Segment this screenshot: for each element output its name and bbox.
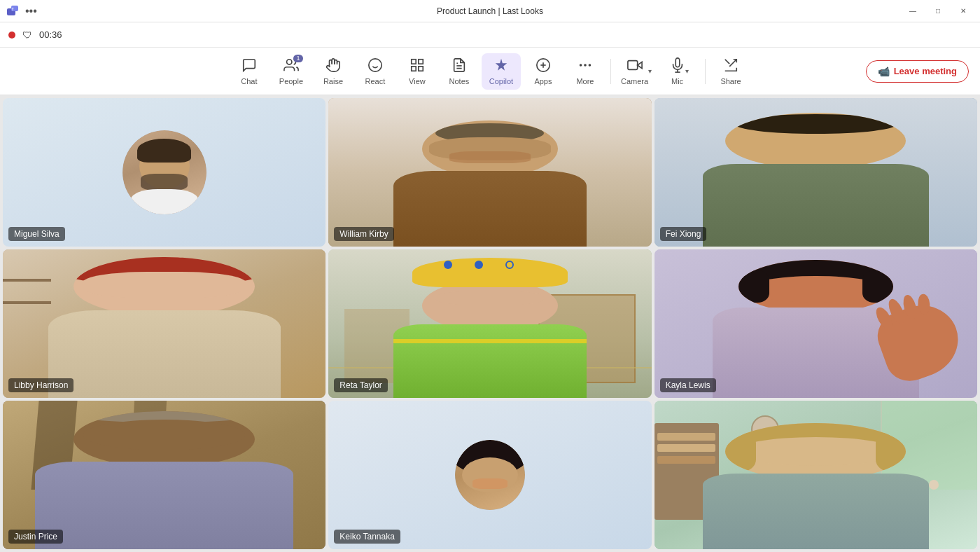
toolbar-react[interactable]: React (356, 53, 395, 90)
chat-label: Chat (241, 77, 257, 85)
svg-line-23 (729, 59, 736, 66)
title-bar-controls: — □ ✕ (902, 4, 974, 18)
leave-button-label: Leave meeting (894, 66, 957, 76)
window-title: Product Launch | Last Looks (437, 6, 543, 16)
miguel-name: Miguel Silva (8, 227, 65, 241)
participant-cell-unknown (654, 401, 977, 549)
william-name: William Kirby (334, 227, 393, 241)
people-label: People (279, 77, 303, 85)
more-options-icon[interactable]: ••• (25, 5, 37, 18)
camera-icon (627, 57, 643, 75)
libby-name: Libby Harrison (8, 378, 74, 392)
apps-label: Apps (534, 77, 552, 85)
svg-line-24 (725, 59, 729, 63)
participant-cell-miguel: Miguel Silva (3, 98, 326, 247)
raise-icon (326, 57, 341, 75)
svg-rect-7 (412, 59, 416, 63)
toolbar-people[interactable]: 1 People (272, 53, 311, 90)
toolbar-share[interactable]: Share (711, 53, 750, 90)
title-bar-left: T ••• (6, 4, 37, 18)
svg-point-17 (584, 64, 587, 67)
toolbar-mic[interactable]: Mic ▾ (660, 53, 699, 90)
recording-indicator (8, 32, 15, 39)
reta-name: Reta Taylor (334, 378, 387, 392)
view-icon (410, 57, 425, 75)
participant-cell-justin: Justin Price (3, 401, 326, 549)
title-bar: T ••• Product Launch | Last Looks — □ ✕ (0, 0, 980, 22)
recording-bar: 🛡 00:36 (0, 22, 980, 48)
notes-label: Notes (449, 77, 470, 85)
svg-point-18 (589, 64, 592, 67)
justin-name: Justin Price (8, 530, 63, 544)
close-button[interactable]: ✕ (952, 4, 974, 18)
mic-label: Mic (671, 77, 683, 85)
mic-dropdown-arrow[interactable]: ▾ (684, 66, 690, 76)
toolbar-raise[interactable]: Raise (314, 53, 353, 90)
svg-text:T: T (11, 7, 13, 11)
chat-icon (241, 57, 257, 75)
more-label: More (576, 77, 594, 85)
kayla-name: Kayla Lewis (660, 378, 716, 392)
participant-cell-keiko: Keiko Tannaka (328, 401, 651, 549)
participant-cell-william: William Kirby (328, 98, 651, 247)
view-label: View (409, 77, 426, 85)
people-icon: 1 (284, 57, 299, 75)
maximize-button[interactable]: □ (927, 4, 949, 18)
svg-marker-19 (637, 62, 641, 68)
toolbar-separator-1 (610, 59, 611, 84)
video-grid: Miguel Silva William Kirby (0, 95, 980, 552)
leave-meeting-button[interactable]: 📹 Leave meeting (866, 60, 969, 83)
participant-cell-kayla: Kayla Lewis (654, 249, 977, 398)
toolbar-separator-2 (705, 59, 706, 84)
toolbar: Chat 1 People Raise (0, 48, 980, 95)
copilot-icon (493, 57, 509, 75)
svg-point-16 (580, 64, 582, 67)
participant-cell-libby: Libby Harrison (3, 249, 326, 398)
react-icon (368, 57, 383, 75)
participant-cell-fei: Fei Xiong (654, 98, 977, 247)
miguel-avatar (122, 130, 206, 214)
react-label: React (365, 77, 386, 85)
notes-icon (451, 57, 467, 75)
minimize-button[interactable]: — (902, 4, 924, 18)
svg-rect-20 (627, 60, 637, 69)
teams-logo: T (6, 4, 20, 18)
raise-label: Raise (323, 77, 343, 85)
keiko-avatar (455, 440, 525, 510)
svg-point-3 (287, 59, 292, 64)
camera-dropdown-arrow[interactable]: ▾ (647, 66, 653, 76)
toolbar-notes[interactable]: Notes (440, 53, 479, 90)
toolbar-view[interactable]: View (398, 53, 437, 90)
recording-timer: 00:36 (39, 29, 62, 40)
apps-icon (536, 57, 551, 75)
fei-name: Fei Xiong (660, 227, 707, 241)
toolbar-copilot[interactable]: Copilot (482, 53, 521, 90)
svg-point-4 (369, 58, 382, 71)
toolbar-camera[interactable]: Camera ▾ (617, 53, 657, 90)
copilot-label: Copilot (489, 77, 513, 85)
share-label: Share (720, 77, 741, 85)
camera-label: Camera (621, 77, 648, 85)
toolbar-chat[interactable]: Chat (230, 53, 269, 90)
keiko-name: Keiko Tannaka (334, 530, 400, 544)
svg-rect-9 (419, 66, 423, 70)
participant-cell-reta: Reta Taylor (328, 249, 651, 398)
svg-rect-10 (412, 66, 416, 70)
toolbar-more[interactable]: More (566, 53, 605, 90)
more-icon (578, 57, 593, 75)
people-badge: 1 (293, 55, 303, 62)
svg-rect-8 (419, 59, 423, 63)
mic-icon (670, 57, 685, 75)
shield-icon: 🛡 (21, 29, 34, 41)
toolbar-apps[interactable]: Apps (524, 53, 563, 90)
share-icon (723, 57, 738, 75)
